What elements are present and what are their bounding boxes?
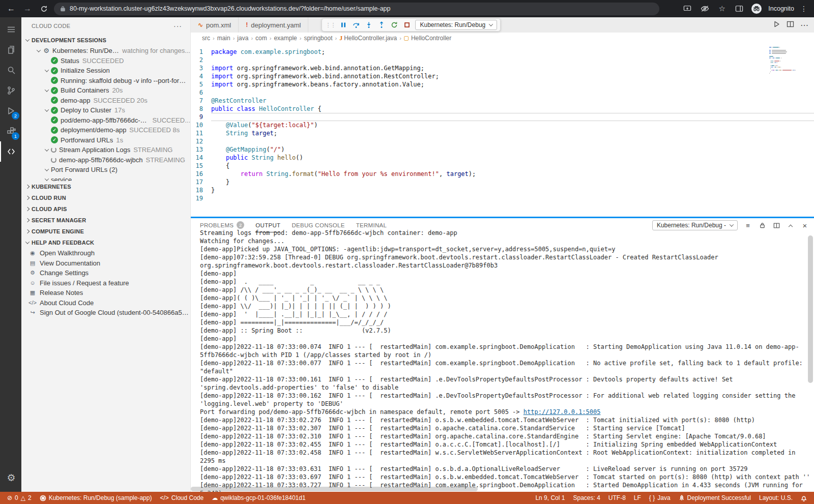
password-eye-off-icon[interactable]: [699, 3, 710, 14]
split-editor-icon[interactable]: [787, 20, 794, 30]
step-out-button[interactable]: [377, 20, 386, 29]
tree-item[interactable]: ⚙Kubernetes: Run/Debugwatching for chang…: [21, 46, 190, 56]
bookmark-star-icon[interactable]: ☆: [716, 3, 728, 14]
tree-item[interactable]: ✓Initialize Session: [21, 66, 190, 76]
explorer-icon[interactable]: [0, 40, 21, 60]
section-help-feedback[interactable]: HELP AND FEEDBACK: [21, 237, 190, 248]
tree-item[interactable]: Stream Application LogsSTREAMING: [21, 145, 190, 155]
encoding[interactable]: UTF-8: [604, 492, 630, 504]
panel-horizontal-scrollbar[interactable]: [191, 487, 478, 491]
cloud-code-status[interactable]: </> Cloud Code: [156, 492, 208, 504]
cursor-position[interactable]: Ln 9, Col 1: [531, 492, 569, 504]
tree-item[interactable]: ✓Deploy to Cluster17s: [21, 105, 190, 115]
chevron-down-icon[interactable]: [43, 149, 51, 152]
tree-item[interactable]: ✓demo-appSUCCEEDED 20s: [21, 96, 190, 106]
output-log[interactable]: Streaming logs from pod: demo-app-5ffb76…: [191, 229, 814, 492]
breadcrumb-item[interactable]: example: [274, 35, 297, 42]
search-icon[interactable]: [0, 60, 21, 80]
settings-gear-icon[interactable]: ⚙: [0, 467, 21, 488]
incognito-avatar[interactable]: [751, 3, 762, 14]
deployment-status[interactable]: Deployment Successful: [675, 492, 755, 504]
section-cloud-apis[interactable]: CLOUD APIS: [21, 203, 190, 215]
tab-deployment-yaml[interactable]: ! deployment.yaml: [239, 17, 308, 33]
section-kubernetes[interactable]: KUBERNETES: [21, 181, 190, 192]
chevron-down-icon[interactable]: [43, 69, 51, 72]
tree-item[interactable]: Port Forward URLs (2): [21, 165, 190, 175]
more-actions-icon[interactable]: ⋯: [800, 20, 809, 30]
split-panel-icon[interactable]: [772, 221, 780, 229]
cloud-code-icon[interactable]: [0, 141, 21, 162]
breadcrumb-item[interactable]: src: [202, 35, 210, 42]
help-item[interactable]: ▤View Documentation: [21, 258, 190, 269]
chevron-down-icon[interactable]: [43, 109, 51, 112]
section-cloud-run[interactable]: CLOUD RUN: [21, 192, 190, 203]
section-compute-engine[interactable]: COMPUTE ENGINE: [21, 226, 190, 237]
help-item[interactable]: ↪Sign Out of Google Cloud (student-00-54…: [21, 308, 190, 318]
language-mode[interactable]: { } Java: [645, 492, 675, 504]
notifications-bell[interactable]: [797, 492, 811, 504]
back-button[interactable]: ←: [5, 3, 17, 15]
panel-vertical-scrollbar[interactable]: [808, 235, 813, 383]
step-over-button[interactable]: [352, 20, 361, 29]
pause-button[interactable]: [339, 20, 348, 29]
problems-status[interactable]: ⊘ 0 △ 2: [3, 492, 36, 504]
line-number: 19: [191, 194, 211, 202]
tree-item[interactable]: ✓Build Containers20s: [21, 85, 190, 96]
tree-item[interactable]: demo-app-5ffb7666dc-wjbchSTREAMING: [21, 155, 190, 165]
clear-output-icon[interactable]: ≡: [744, 221, 752, 229]
tree-item[interactable]: service: [21, 175, 190, 182]
code-line: 10 @Value("${target:local}"): [191, 121, 814, 129]
breadcrumb-item[interactable]: springboot: [304, 35, 332, 42]
address-bar[interactable]: 80-my-workstation.cluster-ug6zlz43wzeksw…: [54, 3, 659, 15]
chevron-down-icon[interactable]: [35, 49, 43, 52]
drag-handle-icon[interactable]: ⋮⋮: [325, 22, 335, 28]
browser-toolbar: ← → 80-my-workstation.cluster-ug6zlz43wz…: [0, 0, 814, 17]
lock-scroll-icon[interactable]: [758, 221, 766, 229]
help-item[interactable]: ⚙Change Settings: [21, 268, 190, 278]
extensions-icon[interactable]: 1: [0, 121, 21, 141]
breadcrumb-item[interactable]: java: [237, 35, 248, 42]
gcp-project-status[interactable]: ☁ qwiklabs-gcp-01-036fe18401d1: [208, 492, 309, 504]
browser-menu-icon[interactable]: ⋮: [800, 5, 808, 13]
tab-pom-xml[interactable]: ∿ pom.xml: [191, 17, 239, 33]
tree-item[interactable]: ✓Running: skaffold debug -v info --port-…: [21, 76, 190, 86]
reload-button[interactable]: [38, 3, 50, 15]
section-development-sessions[interactable]: DEVELOPMENT SESSIONS: [21, 35, 190, 46]
tree-item[interactable]: ✓pod/demo-app-5ffb7666dc-wjbchSUCCEED...: [21, 115, 190, 126]
port-forward-link[interactable]: http://127.0.0.1:5005: [524, 408, 601, 416]
minimap[interactable]: [769, 47, 806, 75]
chevron-down-icon[interactable]: [43, 89, 51, 92]
tree-item[interactable]: ✓deployment/demo-appSUCCEEDED 8s: [21, 125, 190, 135]
tree-item[interactable]: ✓Portforward URLs1s: [21, 135, 190, 145]
install-app-icon[interactable]: [682, 3, 693, 14]
help-item[interactable]: ◉Open Walkthrough: [21, 248, 190, 258]
breadcrumb-item[interactable]: main: [217, 35, 230, 42]
breadcrumb-item[interactable]: HelloController: [404, 35, 451, 42]
close-panel-icon[interactable]: ×: [801, 221, 809, 229]
breadcrumb-item[interactable]: JHelloController.java: [339, 35, 397, 42]
eol-sequence[interactable]: LF: [630, 492, 645, 504]
breadcrumb-item[interactable]: com: [255, 35, 267, 42]
kubernetes-session-status[interactable]: Kubernetes: Run/Debug (sample-app): [36, 492, 156, 504]
chevron-down-icon[interactable]: [43, 168, 51, 171]
forward-button[interactable]: →: [21, 3, 34, 15]
source-control-icon[interactable]: [0, 80, 21, 101]
help-item[interactable]: ☺File issues / Request a feature: [21, 278, 190, 288]
step-into-button[interactable]: [364, 20, 373, 29]
help-item[interactable]: ▦Release Notes: [21, 288, 190, 298]
run-file-icon[interactable]: [773, 20, 780, 30]
tree-item[interactable]: ✓StatusSUCCEEDED: [21, 56, 190, 66]
menu-icon[interactable]: [0, 19, 21, 40]
side-panel-icon[interactable]: [734, 3, 745, 14]
section-secret-manager[interactable]: SECRET MANAGER: [21, 215, 190, 226]
debug-config-dropdown[interactable]: Kubernetes: Run/Debug: [415, 20, 497, 30]
help-item[interactable]: </>About Cloud Code: [21, 298, 190, 308]
restart-button[interactable]: [390, 20, 399, 29]
code-editor[interactable]: 1package com.example.springboot;23import…: [191, 44, 814, 217]
stop-button[interactable]: [402, 20, 412, 29]
maximize-panel-icon[interactable]: [787, 221, 795, 229]
sidebar-more-actions-icon[interactable]: ···: [173, 22, 182, 30]
keyboard-layout[interactable]: Layout: U.S.: [755, 492, 797, 504]
run-debug-icon[interactable]: 2: [0, 101, 21, 121]
indentation[interactable]: Spaces: 4: [569, 492, 604, 504]
